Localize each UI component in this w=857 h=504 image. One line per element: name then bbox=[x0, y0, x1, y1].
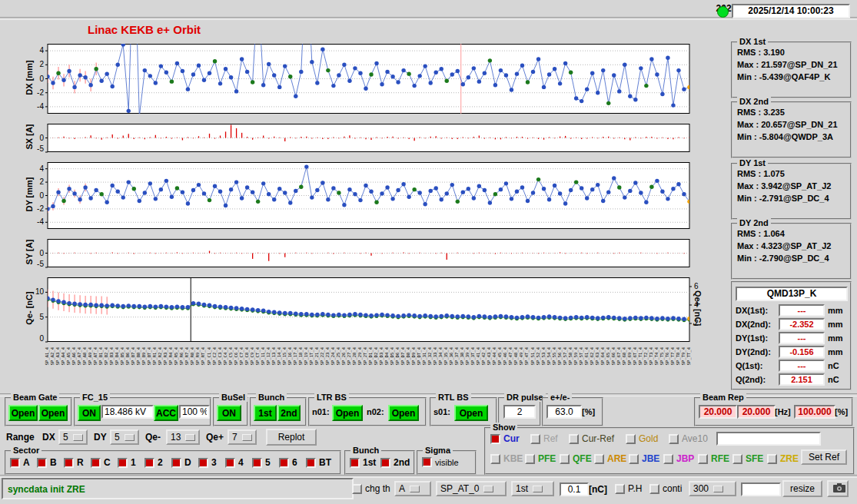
sector-2-checkbox[interactable]: 2 bbox=[144, 457, 163, 468]
sector-a-checkbox[interactable]: A bbox=[10, 457, 30, 468]
sector-bt-checkbox-box[interactable] bbox=[306, 458, 316, 468]
bunch-2nd-button[interactable]: 2nd bbox=[277, 405, 301, 421]
beam-gate-open2-button[interactable]: Open bbox=[38, 405, 68, 421]
sector-r-checkbox[interactable]: R bbox=[64, 457, 84, 468]
show-kbe-checkbox[interactable]: KBE bbox=[490, 453, 523, 464]
fc15-acc-button[interactable]: ACC bbox=[154, 405, 178, 421]
bunch-2nd-checkbox-box[interactable] bbox=[380, 458, 390, 468]
sector-c-checkbox[interactable]: C bbox=[91, 457, 111, 468]
show-cur-checkbox-label: Cur bbox=[503, 433, 520, 444]
chg-th-checkbox-box[interactable] bbox=[352, 484, 362, 494]
sector-c-checkbox-box[interactable] bbox=[91, 458, 101, 468]
ltr-n01-open-button[interactable]: Open bbox=[332, 405, 363, 421]
fc15-percent-field[interactable] bbox=[179, 405, 210, 419]
sector-b-checkbox-box[interactable] bbox=[37, 458, 47, 468]
bunch-2nd-checkbox[interactable]: 2nd bbox=[380, 457, 410, 468]
show-qfe-checkbox-box[interactable] bbox=[560, 454, 570, 464]
show-qfe-checkbox[interactable]: QFE bbox=[560, 453, 592, 464]
range-dy-combo[interactable]: 5 bbox=[110, 429, 139, 445]
sigma-visible-checkbox-box[interactable] bbox=[422, 457, 432, 467]
show-are-checkbox[interactable]: ARE bbox=[594, 453, 626, 464]
fc15-voltage-field[interactable] bbox=[101, 405, 154, 419]
show-zre-checkbox[interactable]: ZRE bbox=[767, 453, 799, 464]
bpm-combo[interactable]: SP_AT_0 bbox=[436, 481, 507, 496]
channel-combo[interactable]: A bbox=[394, 481, 431, 496]
show-jbp-checkbox-box[interactable] bbox=[663, 454, 673, 464]
sigma-visible-checkbox[interactable]: visible bbox=[422, 457, 459, 467]
sector-5-checkbox[interactable]: 5 bbox=[252, 457, 271, 468]
snapshot-button[interactable] bbox=[827, 480, 849, 497]
ref-name-input[interactable] bbox=[716, 432, 821, 446]
conti-checkbox-box[interactable] bbox=[649, 484, 659, 494]
ph-checkbox[interactable]: P.H bbox=[615, 483, 642, 494]
show-ave10-checkbox[interactable]: Ave10 bbox=[669, 433, 708, 444]
beam-rep-value1-field[interactable] bbox=[699, 405, 737, 419]
bunch-combo[interactable]: 1st bbox=[511, 481, 554, 496]
sector-1-checkbox[interactable]: 1 bbox=[118, 457, 136, 468]
busel-on-button[interactable]: ON bbox=[217, 405, 241, 421]
show-cur-checkbox-box[interactable] bbox=[490, 434, 500, 444]
beam-rep-percent-field[interactable] bbox=[794, 405, 835, 419]
show-rfe-checkbox[interactable]: RFE bbox=[698, 453, 729, 464]
range-qep-combo[interactable]: 7 bbox=[228, 429, 257, 445]
show-sfe-checkbox-box[interactable] bbox=[732, 454, 742, 464]
bunch-1st-button[interactable]: 1st bbox=[254, 405, 277, 421]
range-qem-label: Qe- bbox=[145, 432, 161, 443]
dr-pulse-field[interactable] bbox=[503, 405, 536, 419]
svg-text:0: 0 bbox=[39, 249, 44, 257]
sector-4-checkbox-box[interactable] bbox=[225, 458, 235, 468]
show-rfe-checkbox-box[interactable] bbox=[698, 454, 708, 464]
show-gold-checkbox-box[interactable] bbox=[626, 434, 636, 444]
sector-6-checkbox-box[interactable] bbox=[279, 458, 289, 468]
aux-field[interactable] bbox=[741, 482, 781, 496]
range-qem-combo[interactable]: 13 bbox=[166, 429, 200, 445]
sector-r-checkbox-box[interactable] bbox=[64, 458, 74, 468]
navg-combo[interactable]: 300 bbox=[689, 481, 736, 496]
sector-bt-checkbox[interactable]: BT bbox=[306, 457, 331, 468]
sector-b-checkbox[interactable]: B bbox=[37, 457, 57, 468]
beam-rep-value2-field[interactable] bbox=[737, 405, 776, 419]
sector-3-checkbox[interactable]: 3 bbox=[198, 457, 217, 468]
show-are-checkbox-box[interactable] bbox=[594, 454, 604, 464]
show-pfe-checkbox[interactable]: PFE bbox=[525, 453, 556, 464]
replot-button[interactable]: Replot bbox=[266, 429, 317, 446]
bunch-1st-checkbox[interactable]: 1st bbox=[350, 457, 376, 468]
sector-6-checkbox[interactable]: 6 bbox=[279, 457, 297, 468]
chg-th-checkbox[interactable]: chg th bbox=[352, 483, 390, 494]
show-ref-checkbox[interactable]: Ref bbox=[530, 433, 558, 444]
show-cur-checkbox[interactable]: Cur bbox=[490, 433, 520, 444]
show-gold-checkbox[interactable]: Gold bbox=[626, 433, 658, 444]
resize-button[interactable]: resize bbox=[782, 480, 822, 497]
beam-gate-open1-button[interactable]: Open bbox=[8, 405, 38, 421]
show-pfe-checkbox-box[interactable] bbox=[525, 454, 535, 464]
show-kbe-checkbox-box[interactable] bbox=[490, 454, 500, 464]
sector-d-checkbox[interactable]: D bbox=[171, 457, 191, 468]
bunch-1st-checkbox-box[interactable] bbox=[350, 458, 360, 468]
rtl-s01-open-button[interactable]: Open bbox=[454, 405, 488, 421]
range-dx-combo[interactable]: 5 bbox=[58, 429, 88, 445]
ltr-n02-open-button[interactable]: Open bbox=[388, 405, 419, 421]
show-ref-checkbox-box[interactable] bbox=[530, 434, 540, 444]
sector-3-checkbox-box[interactable] bbox=[198, 458, 208, 468]
sector-2-checkbox-box[interactable] bbox=[144, 458, 154, 468]
sector-4-checkbox[interactable]: 4 bbox=[225, 457, 244, 468]
sector-d-checkbox-box[interactable] bbox=[171, 458, 181, 468]
set-ref-button[interactable]: Set Ref bbox=[801, 449, 847, 465]
fc15-on-button[interactable]: ON bbox=[78, 405, 101, 421]
epe-ratio-field[interactable] bbox=[546, 405, 582, 419]
bunch-2nd-checkbox-label: 2nd bbox=[394, 457, 410, 468]
sector-1-checkbox-box[interactable] bbox=[118, 458, 128, 468]
show-jbp-checkbox[interactable]: JBP bbox=[663, 453, 694, 464]
show-jbe-checkbox-box[interactable] bbox=[629, 454, 639, 464]
ph-checkbox-box[interactable] bbox=[615, 484, 625, 494]
threshold-field[interactable] bbox=[560, 482, 589, 496]
show-jbe-checkbox[interactable]: JBE bbox=[629, 453, 659, 464]
show-ave10-checkbox-box[interactable] bbox=[669, 434, 679, 444]
show-sfe-checkbox[interactable]: SFE bbox=[732, 453, 763, 464]
show-zre-checkbox-box[interactable] bbox=[767, 454, 777, 464]
show-cur-ref-checkbox[interactable]: Cur-Ref bbox=[569, 433, 614, 444]
sector-a-checkbox-box[interactable] bbox=[10, 458, 20, 468]
conti-checkbox[interactable]: conti bbox=[649, 483, 682, 494]
sector-5-checkbox-box[interactable] bbox=[252, 458, 262, 468]
show-cur-ref-checkbox-box[interactable] bbox=[569, 434, 579, 444]
